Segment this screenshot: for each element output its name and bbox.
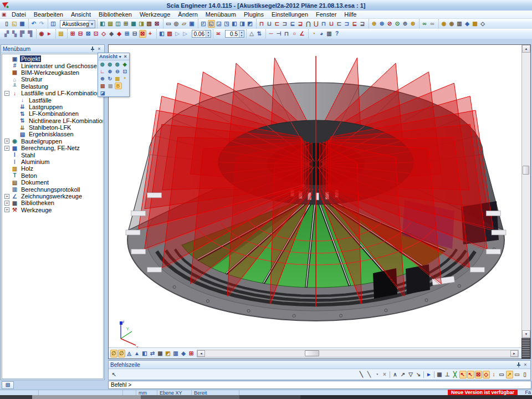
horizontal-scrollbar[interactable]: ◄ ► — [197, 350, 519, 357]
tree-item-aluminium[interactable]: IAluminium — [2, 158, 103, 165]
ucs-axis-icon[interactable]: ∟ — [99, 68, 106, 75]
table-view-icon[interactable]: ▥ — [456, 20, 463, 28]
expand-toggle-icon[interactable]: − — [4, 91, 9, 96]
pan-view-icon[interactable]: ⇄ — [149, 350, 156, 357]
tree-item-lastfalle[interactable]: ↓Lastfälle — [2, 96, 103, 103]
modify-tool-icon[interactable]: ⊘ — [386, 20, 393, 28]
tree-item-lastfalle-und-lf-kombinationen[interactable]: −↓Lastfälle und LF-Kombinationen — [2, 90, 103, 96]
window-layout-1-icon[interactable]: ◰ — [200, 20, 207, 28]
member-tool-icon[interactable]: ⊓ — [258, 20, 265, 28]
window-split-h-icon[interactable]: ◧ — [231, 20, 238, 28]
menu-plugins[interactable]: Plugins — [240, 11, 268, 18]
snap-mode-arc-icon[interactable]: ↗ — [506, 371, 513, 378]
activity-filter-icon[interactable]: ▩ — [472, 20, 479, 28]
draw-polyline-icon[interactable]: ⊣ — [275, 30, 283, 38]
scroll-right-icon[interactable]: ► — [510, 350, 518, 357]
vscroll-thumb[interactable] — [523, 166, 529, 175]
background-color-icon[interactable]: B — [115, 83, 122, 89]
render-settings-icon[interactable]: ▨ — [166, 30, 173, 38]
member-tool-icon[interactable]: ⊏ — [336, 20, 343, 28]
rotate-view-icon[interactable]: ↻ — [106, 75, 114, 82]
search-member-icon[interactable]: ◉ — [448, 20, 456, 28]
snap-tangent-icon[interactable]: ↘ — [415, 371, 422, 378]
corner-grip[interactable] — [521, 338, 530, 359]
render-view-icon[interactable]: ◩ — [165, 350, 172, 357]
search-icon[interactable]: ◉ — [441, 20, 448, 28]
member-tool-icon[interactable]: ⊏ — [274, 20, 281, 28]
member-tool-icon[interactable]: ⊐ — [282, 20, 289, 28]
chain-unlink-icon[interactable]: ∞ — [429, 20, 436, 28]
zoom-out-icon[interactable]: ⊖ — [114, 68, 121, 75]
member-tool-icon[interactable]: ⋃ — [313, 20, 320, 28]
snap-node-icon[interactable]: ∧ — [392, 371, 399, 378]
shaded-view-icon[interactable]: ▲ — [134, 350, 141, 357]
menu-datei[interactable]: Datei — [8, 11, 30, 18]
tree-item-bauteilgruppen[interactable]: +◉Bauteilgruppen — [2, 138, 103, 145]
snap-endpoint-icon[interactable]: ↗ — [400, 371, 407, 378]
redo-icon[interactable]: ↷ — [38, 20, 45, 28]
panel-selector-icon[interactable]: ⊞ — [4, 381, 12, 389]
display-params-icon[interactable]: ◈ — [180, 350, 187, 357]
tree-item-belastung[interactable]: ╨Belastung — [2, 83, 103, 90]
combo-arrow-icon[interactable]: ▼ — [89, 21, 95, 28]
view-top-icon[interactable]: ◍ — [114, 61, 121, 68]
fast-adjust-icon[interactable]: ▷ — [182, 30, 189, 38]
window-layout-2-icon[interactable]: ◱ — [208, 20, 215, 28]
save-view-settings-icon[interactable]: ◧ — [158, 30, 166, 38]
hscroll-thumb[interactable] — [305, 350, 319, 356]
expand-toggle-icon[interactable]: + — [4, 201, 9, 206]
pin-icon[interactable] — [89, 45, 96, 52]
document-icon[interactable]: ▣ — [188, 20, 196, 28]
tree-item-berechnungsprotokoll[interactable]: ▥Berechnungsprotokoll — [2, 186, 103, 192]
member-tool-icon[interactable]: ⊓ — [320, 20, 328, 28]
close-icon[interactable]: × — [96, 45, 103, 52]
calc-info-icon[interactable]: ◕ — [318, 30, 325, 38]
selection-filter-icon[interactable]: ◈ — [464, 20, 471, 28]
layers-icon[interactable]: ◫ — [115, 20, 122, 28]
snap-arc-icon[interactable]: ◔ — [374, 371, 381, 378]
scroll-left-icon[interactable]: ◄ — [197, 350, 205, 357]
copy-add-data-icon[interactable]: ▜ — [27, 30, 34, 38]
tree-item-lastgruppen[interactable]: ⇊Lastgruppen — [2, 104, 103, 110]
project-combobox[interactable]: Akustiksegel2a-2012▼ — [60, 20, 95, 28]
grid-toggle-icon[interactable]: ⊞ — [188, 350, 195, 357]
snap-delete-icon[interactable]: × — [381, 371, 388, 378]
member-tool-icon[interactable]: ⊔ — [328, 20, 335, 28]
table-results-icon[interactable]: ▥ — [172, 350, 180, 357]
tree-item-linienraster-und-geschosse[interactable]: #Linienraster und Geschosse — [2, 62, 103, 69]
window-cascade-icon[interactable]: ◩ — [247, 20, 254, 28]
expand-toggle-icon[interactable]: + — [4, 207, 9, 212]
tree-item-stahl[interactable]: IStahl — [2, 151, 103, 158]
snap-mode-length-icon[interactable]: ↕ — [490, 371, 498, 378]
profiles-icon[interactable]: ▧ — [146, 20, 153, 28]
mesh-size-field[interactable]: 0.06▲▼ — [192, 30, 211, 38]
mesh-view-icon[interactable]: ▦ — [157, 350, 164, 357]
close-icon[interactable]: × — [123, 53, 128, 60]
tree-item-lf-kombinationen[interactable]: ⇅LF-Kombinationen — [2, 110, 103, 117]
snap-dialog-icon[interactable]: ▯ — [521, 371, 529, 378]
modify-tool-icon[interactable]: ⊕ — [371, 20, 378, 28]
dot-grid-icon[interactable]: ▦ — [436, 371, 443, 378]
tree-item-bibliotheken[interactable]: +▦Bibliotheken — [2, 200, 103, 206]
menu-ansicht[interactable]: Ansicht — [67, 11, 95, 18]
snap-line-2-icon[interactable]: ╲ — [366, 371, 373, 378]
member-tool-icon[interactable]: ⊒ — [297, 20, 304, 28]
support-display-icon[interactable]: ⊠ — [85, 30, 92, 38]
rendering-icon[interactable]: ⊟ — [131, 30, 139, 38]
perspective-toggle-2-icon[interactable]: ∅ — [118, 350, 125, 357]
vertical-scrollbar[interactable]: ▲ ▼ — [521, 45, 530, 338]
view-parameters-icon[interactable]: ◪ — [99, 90, 106, 96]
ortho-mode-icon[interactable]: ⊥ — [444, 371, 451, 378]
grid-icon[interactable]: ⊞ — [122, 20, 130, 28]
draw-rectangle-icon[interactable]: ⊓ — [283, 30, 290, 38]
expand-toggle-icon[interactable]: + — [4, 139, 9, 144]
close-icon[interactable]: × — [522, 361, 529, 368]
scroll-down-icon[interactable]: ▼ — [522, 330, 530, 338]
project-window-icon[interactable]: ◫ — [50, 20, 57, 28]
print-preview-icon[interactable]: ◎ — [173, 20, 180, 28]
label-display-icon[interactable]: ◇ — [100, 30, 108, 38]
member-display-icon[interactable]: ⊟ — [77, 30, 84, 38]
percent-info-icon[interactable]: ◔ — [310, 30, 318, 38]
undo-icon[interactable]: ↶ — [30, 20, 38, 28]
member-tool-icon[interactable]: ⊑ — [351, 20, 359, 28]
